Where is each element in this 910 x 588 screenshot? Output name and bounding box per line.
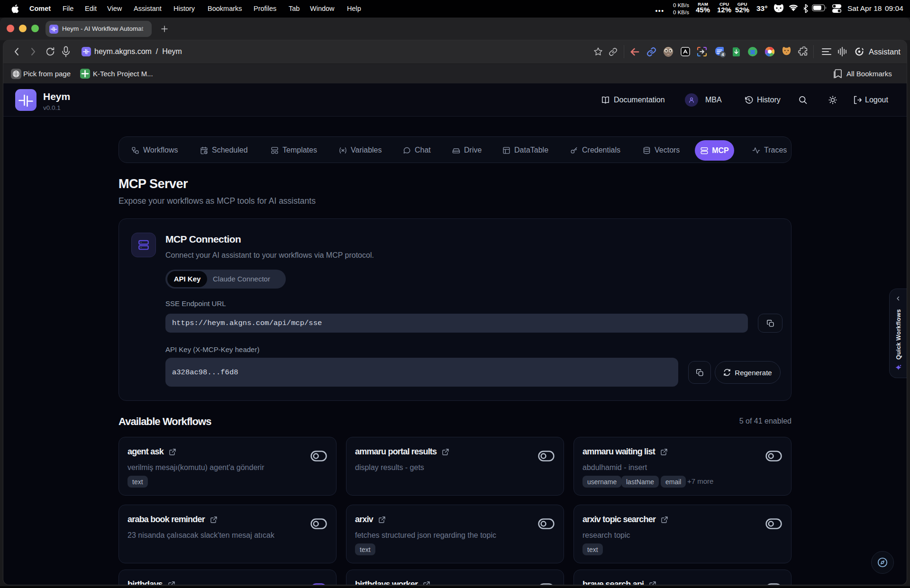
- svg-text:4: 4: [721, 52, 724, 57]
